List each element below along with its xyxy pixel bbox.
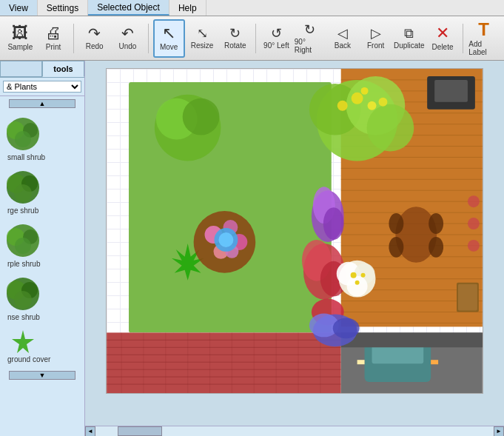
svg-rect-62 <box>372 345 424 363</box>
svg-rect-63 <box>357 360 365 364</box>
svg-point-15 <box>14 291 32 309</box>
large-shrub-label: rge shrub <box>7 207 38 215</box>
rotate-button[interactable]: ↻ Rotate <box>219 19 251 58</box>
svg-point-115 <box>333 318 360 338</box>
duplicate-button[interactable]: ⧉ Duplicate <box>393 19 426 58</box>
svg-point-110 <box>351 272 357 278</box>
sample-label: Sample <box>7 43 33 51</box>
category-dropdown[interactable]: & Plants Trees Flowers Structures <box>3 81 81 93</box>
resize-icon: ⤡ <box>197 27 208 40</box>
svg-point-84 <box>337 101 348 111</box>
print-button[interactable]: 🖨 Print <box>38 19 70 58</box>
resize-label: Resize <box>191 41 214 50</box>
tab-objects[interactable] <box>0 61 42 77</box>
rotate-left-label: 90° Left <box>263 41 289 50</box>
menu-help[interactable]: Help <box>169 0 206 16</box>
move-button[interactable]: ↖ Move <box>153 19 185 58</box>
delete-button[interactable]: ✕ Delete <box>427 19 459 58</box>
menu-settings[interactable]: Settings <box>38 0 88 16</box>
svg-point-69 <box>389 213 403 234</box>
svg-point-11 <box>15 238 31 254</box>
dense-shrub-label: nse shrub <box>7 313 40 321</box>
plant-list: ▲ small shrub <box>0 96 84 436</box>
canvas-area[interactable]: ◄ ► <box>85 61 504 436</box>
print-icon: 🖨 <box>45 25 61 41</box>
small-shrub-icon <box>4 115 41 152</box>
back-label: Back <box>335 41 351 50</box>
separator-3 <box>255 24 256 53</box>
svg-point-112 <box>355 281 360 285</box>
svg-point-89 <box>183 98 220 135</box>
sample-button[interactable]: 🖼 Sample <box>4 19 36 58</box>
redo-label: Redo <box>86 42 104 50</box>
print-label: Print <box>46 43 61 51</box>
front-button[interactable]: ▷ Front <box>360 19 392 58</box>
delete-icon: ✕ <box>436 25 449 41</box>
menu-bar: View Settings Selected Object Help <box>0 0 504 16</box>
ground-cover-icon <box>4 329 41 355</box>
scroll-left-arrow[interactable]: ◄ <box>85 426 95 437</box>
svg-point-83 <box>368 101 377 110</box>
delete-label: Delete <box>432 43 454 51</box>
h-scroll-thumb[interactable] <box>118 426 162 436</box>
dense-shrub-icon <box>4 275 41 312</box>
back-icon: ◁ <box>337 27 348 40</box>
redo-button[interactable]: ↷ Redo <box>78 19 110 58</box>
front-label: Front <box>367 41 384 50</box>
add-label-label: Add Label <box>468 40 499 56</box>
ground-cover-label: ground cover <box>7 355 50 363</box>
main-layout: tools & Plants Trees Flowers Structures … <box>0 61 504 436</box>
svg-point-86 <box>378 98 387 107</box>
svg-rect-67 <box>434 80 468 102</box>
duplicate-icon: ⧉ <box>404 27 414 40</box>
move-label: Move <box>160 43 178 51</box>
scroll-down-arrow[interactable]: ▼ <box>9 371 75 380</box>
menu-view[interactable]: View <box>0 0 38 16</box>
scroll-right-arrow[interactable]: ► <box>494 426 504 437</box>
svg-point-82 <box>352 93 363 104</box>
rotate-right-label: 90° Right <box>295 38 325 54</box>
sidebar-tabs: tools <box>0 61 84 78</box>
svg-marker-16 <box>12 330 34 353</box>
svg-point-98 <box>218 232 233 247</box>
category-selector: & Plants Trees Flowers Structures <box>0 78 84 96</box>
garden-svg <box>107 69 483 393</box>
plant-item-dense-shrub[interactable]: nse shrub <box>3 274 81 323</box>
small-shrub-label: small shrub <box>7 153 45 161</box>
svg-point-70 <box>389 237 403 258</box>
add-label-icon: T <box>478 21 489 38</box>
svg-point-75 <box>468 240 480 252</box>
add-label-button[interactable]: T Add Label <box>468 19 500 58</box>
horizontal-scrollbar: ◄ ► <box>85 426 504 436</box>
svg-point-68 <box>395 207 437 263</box>
resize-button[interactable]: ⤡ Resize <box>187 19 218 58</box>
move-icon: ↖ <box>162 25 175 41</box>
svg-point-111 <box>361 273 366 278</box>
undo-icon: ↶ <box>121 26 134 41</box>
sample-icon: 🖼 <box>12 25 28 41</box>
svg-point-81 <box>367 104 414 152</box>
plant-item-small-shrub[interactable]: small shrub <box>3 114 81 163</box>
plant-item-ground-cover[interactable]: ground cover <box>3 327 81 365</box>
rotate-icon: ↻ <box>229 27 241 40</box>
svg-rect-65 <box>341 332 483 347</box>
rotate-left-button[interactable]: ↺ 90° Left <box>261 19 292 58</box>
plant-item-large-shrub[interactable]: rge shrub <box>3 167 81 216</box>
plant-item-purple-shrub[interactable]: rple shrub <box>3 221 81 269</box>
rotate-right-button[interactable]: ↻ 90° Right <box>294 19 326 58</box>
undo-button[interactable]: ↶ Undo <box>112 19 144 58</box>
tab-tools[interactable]: tools <box>42 61 84 77</box>
sidebar: tools & Plants Trees Flowers Structures … <box>0 61 85 436</box>
svg-point-73 <box>468 195 480 207</box>
back-button[interactable]: ◁ Back <box>327 19 359 58</box>
h-scroll-track[interactable] <box>95 426 494 436</box>
toolbar: 🖼 Sample 🖨 Print ↷ Redo ↶ Undo ↖ Move ⤡ … <box>0 16 504 61</box>
undo-label: Undo <box>119 42 137 50</box>
svg-point-85 <box>361 87 369 95</box>
svg-point-7 <box>14 184 32 202</box>
scroll-up-arrow[interactable]: ▲ <box>9 99 75 108</box>
menu-selected-object[interactable]: Selected Object <box>88 0 169 16</box>
svg-rect-64 <box>431 360 438 364</box>
svg-rect-77 <box>458 284 477 311</box>
duplicate-label: Duplicate <box>394 41 425 50</box>
